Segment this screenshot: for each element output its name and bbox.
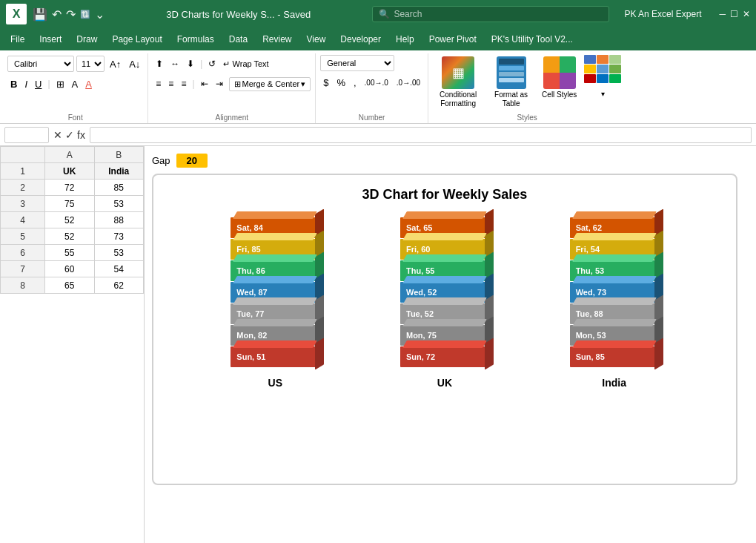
menu-file[interactable]: File (3, 31, 32, 47)
menu-developer[interactable]: Developer (333, 31, 388, 47)
maximize-icon[interactable]: ☐ (730, 9, 738, 19)
corner-cell (1, 147, 45, 163)
spreadsheet-table: A B 1 UK India 2 72 85 3 75 53 (0, 146, 144, 294)
increase-font-btn[interactable]: A↑ (107, 55, 124, 73)
filename: 3D Charts for Weekly S... - Saved (110, 9, 366, 20)
cell-a7[interactable]: 60 (45, 261, 95, 277)
cell-b2[interactable]: 85 (94, 180, 144, 196)
cell-b4[interactable]: 88 (94, 212, 144, 228)
dropdown-arrow[interactable]: ▾ (301, 79, 305, 89)
redo-icon[interactable]: ↷ (66, 7, 76, 22)
more-styles-btn[interactable]: ▾ (584, 85, 621, 102)
row-num: 6 (1, 245, 45, 261)
table-row: 5 52 73 (1, 228, 144, 245)
col-header-b[interactable]: B (94, 147, 144, 163)
font-size-select[interactable]: 11 (76, 56, 105, 72)
formula-bar: ✕ ✓ fx (0, 124, 756, 146)
cell-a8[interactable]: 65 (45, 277, 95, 294)
fill-color-btn[interactable]: A (69, 75, 82, 93)
comma-btn[interactable]: , (351, 73, 359, 91)
decrease-indent-btn[interactable]: ⇤ (198, 75, 211, 93)
col-header-a[interactable]: A (45, 147, 95, 163)
decrease-font-btn[interactable]: A↓ (126, 55, 143, 73)
increase-indent-btn[interactable]: ⇥ (213, 75, 226, 93)
chart-title: 3D Chart for Weekly Sales (168, 187, 721, 203)
cell-reference-input[interactable] (4, 127, 49, 143)
formula-input[interactable] (90, 127, 752, 143)
cell-a6[interactable]: 55 (45, 245, 95, 261)
percent-btn[interactable]: % (334, 73, 348, 91)
cell-a1[interactable]: UK (45, 163, 95, 180)
table-row: 4 52 88 (1, 212, 144, 228)
cell-styles-icon (543, 56, 576, 89)
italic-btn[interactable]: I (21, 75, 30, 93)
menu-review[interactable]: Review (255, 31, 299, 47)
cell-a4[interactable]: 52 (45, 212, 95, 228)
chart-column-label-uk: UK (437, 377, 452, 389)
number-format-select[interactable]: General Number Currency Percentage (320, 55, 394, 71)
cell-b3[interactable]: 53 (94, 196, 144, 212)
menu-power-pivot[interactable]: Power Pivot (422, 31, 484, 47)
ribbon-group-styles: ▦ Conditional Formatting Format as Table (428, 53, 626, 123)
ribbon-more-styles: ▾ (584, 55, 621, 102)
wrap-text-btn[interactable]: ↵ Wrap Text (223, 59, 268, 69)
cell-styles-btn[interactable]: Cell Styles (539, 55, 580, 100)
more-tools-icon[interactable]: ⌄ (95, 7, 105, 22)
search-box[interactable]: 🔍 (372, 6, 609, 22)
menu-insert[interactable]: Insert (32, 31, 69, 47)
currency-btn[interactable]: $ (320, 73, 331, 91)
minimize-icon[interactable]: ─ (719, 9, 726, 19)
align-top-btn[interactable]: ⬆ (153, 55, 166, 73)
align-middle-btn[interactable]: ↔ (168, 55, 182, 73)
menu-data[interactable]: Data (222, 31, 255, 47)
decrease-decimal-btn[interactable]: .00→.0 (362, 73, 391, 91)
increase-decimal-btn[interactable]: .0→.00 (394, 73, 423, 91)
menu-bar: File Insert Draw Page Layout Formulas Da… (0, 28, 756, 50)
conditional-formatting-btn[interactable]: ▦ Conditional Formatting (433, 55, 483, 110)
menu-formulas[interactable]: Formulas (170, 31, 222, 47)
bar-seg-us-sun: Sun, 51 (231, 346, 319, 367)
underline-btn[interactable]: U (32, 75, 44, 93)
row-num: 5 (1, 228, 45, 245)
font-name-select[interactable]: Calibri (7, 56, 74, 72)
menu-utility[interactable]: PK's Utility Tool V2... (484, 31, 580, 47)
cell-a2[interactable]: 72 (45, 180, 95, 196)
user-name: PK An Excel Expert (624, 9, 701, 19)
spreadsheet-area: A B 1 UK India 2 72 85 3 75 53 (0, 146, 756, 543)
menu-help[interactable]: Help (388, 31, 422, 47)
cell-a3[interactable]: 75 (45, 196, 95, 212)
cell-b8[interactable]: 62 (94, 277, 144, 294)
align-left-btn[interactable]: ≡ (153, 75, 164, 93)
undo-icon[interactable]: ↶ (52, 7, 62, 22)
menu-page-layout[interactable]: Page Layout (105, 31, 169, 47)
row-num: 7 (1, 261, 45, 277)
save-icon[interactable]: 💾 (33, 7, 47, 22)
bold-btn[interactable]: B (7, 75, 20, 93)
search-input[interactable] (394, 9, 603, 19)
wrap-icon: ↵ (223, 59, 230, 68)
cell-b7[interactable]: 54 (94, 261, 144, 277)
cell-b6[interactable]: 53 (94, 245, 144, 261)
insert-function-icon[interactable]: fx (77, 129, 85, 141)
close-icon[interactable]: ✕ (743, 9, 750, 19)
align-center-btn[interactable]: ≡ (165, 75, 176, 93)
border-btn[interactable]: ⊞ (53, 75, 67, 93)
merge-center-btn[interactable]: ⊞ Merge & Center ▾ (229, 77, 311, 91)
confirm-formula-icon[interactable]: ✓ (65, 129, 74, 141)
cell-b1[interactable]: India (94, 163, 144, 180)
menu-draw[interactable]: Draw (69, 31, 105, 47)
align-right-btn[interactable]: ≡ (178, 75, 189, 93)
format-as-table-btn[interactable]: Format as Table (488, 55, 534, 110)
text-rotate-btn[interactable]: ↺ (205, 55, 219, 73)
chart-column-label-india: India (602, 377, 626, 389)
font-color-btn[interactable]: A (82, 75, 95, 93)
bar-stack-us: Sat, 84 Fri, 85 Thu, 86 Wed, 87 Tue, 77 … (231, 217, 319, 368)
align-bottom-btn[interactable]: ⬇ (184, 55, 197, 73)
menu-view[interactable]: View (299, 31, 334, 47)
row-num: 2 (1, 180, 45, 196)
cancel-formula-icon[interactable]: ✕ (53, 129, 62, 141)
spreadsheet-table-wrapper: A B 1 UK India 2 72 85 3 75 53 (0, 146, 145, 543)
table-row: 8 65 62 (1, 277, 144, 294)
cell-b5[interactable]: 73 (94, 228, 144, 245)
cell-a5[interactable]: 52 (45, 228, 95, 245)
